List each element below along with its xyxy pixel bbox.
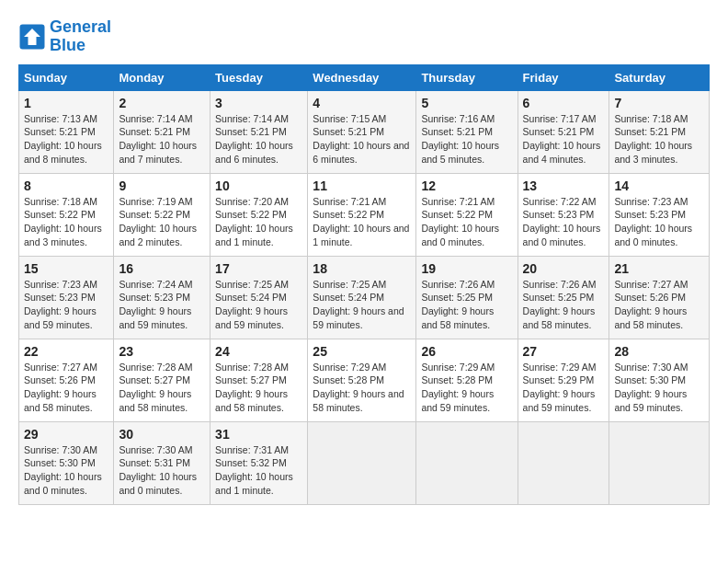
day-number: 8 [24,178,108,193]
day-info: Sunrise: 7:30 AM Sunset: 5:30 PM Dayligh… [24,443,108,498]
day-info: Sunrise: 7:24 AM Sunset: 5:23 PM Dayligh… [119,278,205,332]
day-info: Sunrise: 7:30 AM Sunset: 5:30 PM Dayligh… [614,361,704,415]
day-number: 11 [313,178,411,193]
calendar-cell: 1 Sunrise: 7:13 AM Sunset: 5:21 PM Dayli… [19,90,114,173]
calendar-week-1: 1 Sunrise: 7:13 AM Sunset: 5:21 PM Dayli… [19,90,710,173]
calendar-cell: 8 Sunrise: 7:18 AM Sunset: 5:22 PM Dayli… [19,173,114,256]
day-number: 16 [119,261,205,276]
calendar-cell: 2 Sunrise: 7:14 AM Sunset: 5:21 PM Dayli… [114,90,210,173]
calendar-table: SundayMondayTuesdayWednesdayThursdayFrid… [18,64,710,505]
day-info: Sunrise: 7:23 AM Sunset: 5:23 PM Dayligh… [24,278,108,332]
day-info: Sunrise: 7:26 AM Sunset: 5:25 PM Dayligh… [523,278,605,332]
calendar-week-5: 29 Sunrise: 7:30 AM Sunset: 5:30 PM Dayl… [19,421,710,504]
day-info: Sunrise: 7:23 AM Sunset: 5:23 PM Dayligh… [614,195,704,249]
calendar-cell: 28 Sunrise: 7:30 AM Sunset: 5:30 PM Dayl… [609,339,710,421]
calendar-cell: 30 Sunrise: 7:30 AM Sunset: 5:31 PM Dayl… [114,421,210,504]
day-info: Sunrise: 7:15 AM Sunset: 5:21 PM Dayligh… [313,112,411,167]
calendar-week-2: 8 Sunrise: 7:18 AM Sunset: 5:22 PM Dayli… [19,173,710,256]
logo: General Blue [18,18,111,55]
day-info: Sunrise: 7:13 AM Sunset: 5:21 PM Dayligh… [24,112,108,167]
day-number: 26 [421,344,512,359]
day-info: Sunrise: 7:27 AM Sunset: 5:26 PM Dayligh… [614,278,704,332]
calendar-cell: 14 Sunrise: 7:23 AM Sunset: 5:23 PM Dayl… [609,173,710,256]
day-info: Sunrise: 7:27 AM Sunset: 5:26 PM Dayligh… [24,361,108,415]
day-number: 30 [119,427,205,442]
day-number: 18 [313,261,411,276]
day-number: 9 [119,178,205,193]
day-info: Sunrise: 7:31 AM Sunset: 5:32 PM Dayligh… [215,443,302,498]
weekday-header-wednesday: Wednesday [308,64,416,90]
calendar-cell: 15 Sunrise: 7:23 AM Sunset: 5:23 PM Dayl… [19,256,114,339]
calendar-cell: 26 Sunrise: 7:29 AM Sunset: 5:28 PM Dayl… [416,339,518,421]
calendar-cell: 11 Sunrise: 7:21 AM Sunset: 5:22 PM Dayl… [308,173,416,256]
day-info: Sunrise: 7:25 AM Sunset: 5:24 PM Dayligh… [215,278,302,332]
weekday-header-saturday: Saturday [609,64,710,90]
day-number: 29 [24,427,108,442]
calendar-cell: 25 Sunrise: 7:29 AM Sunset: 5:28 PM Dayl… [308,339,416,421]
day-info: Sunrise: 7:30 AM Sunset: 5:31 PM Dayligh… [119,443,205,498]
day-number: 25 [313,344,411,359]
calendar-week-3: 15 Sunrise: 7:23 AM Sunset: 5:23 PM Dayl… [19,256,710,339]
calendar-cell: 4 Sunrise: 7:15 AM Sunset: 5:21 PM Dayli… [308,90,416,173]
calendar-cell [609,421,710,504]
day-number: 15 [24,261,108,276]
calendar-cell: 23 Sunrise: 7:28 AM Sunset: 5:27 PM Dayl… [114,339,210,421]
day-info: Sunrise: 7:28 AM Sunset: 5:27 PM Dayligh… [119,361,205,415]
calendar-cell: 22 Sunrise: 7:27 AM Sunset: 5:26 PM Dayl… [19,339,114,421]
day-number: 21 [614,261,704,276]
day-number: 13 [523,178,605,193]
day-info: Sunrise: 7:25 AM Sunset: 5:24 PM Dayligh… [313,278,411,332]
logo-text: General Blue [50,18,111,55]
day-number: 31 [215,427,302,442]
day-number: 28 [614,344,704,359]
day-number: 2 [119,96,205,110]
calendar-cell: 21 Sunrise: 7:27 AM Sunset: 5:26 PM Dayl… [609,256,710,339]
day-number: 4 [313,96,411,110]
day-info: Sunrise: 7:29 AM Sunset: 5:28 PM Dayligh… [421,361,512,415]
calendar-cell: 17 Sunrise: 7:25 AM Sunset: 5:24 PM Dayl… [210,256,308,339]
calendar-cell: 13 Sunrise: 7:22 AM Sunset: 5:23 PM Dayl… [518,173,609,256]
day-info: Sunrise: 7:26 AM Sunset: 5:25 PM Dayligh… [421,278,512,332]
calendar-cell: 16 Sunrise: 7:24 AM Sunset: 5:23 PM Dayl… [114,256,210,339]
day-info: Sunrise: 7:29 AM Sunset: 5:29 PM Dayligh… [523,361,605,415]
calendar-week-4: 22 Sunrise: 7:27 AM Sunset: 5:26 PM Dayl… [19,339,710,421]
day-number: 23 [119,344,205,359]
weekday-header-friday: Friday [518,64,609,90]
calendar-cell [308,421,416,504]
day-number: 5 [421,96,512,110]
calendar-cell: 20 Sunrise: 7:26 AM Sunset: 5:25 PM Dayl… [518,256,609,339]
day-number: 24 [215,344,302,359]
weekday-header-sunday: Sunday [19,64,114,90]
calendar-cell: 3 Sunrise: 7:14 AM Sunset: 5:21 PM Dayli… [210,90,308,173]
day-number: 14 [614,178,704,193]
day-info: Sunrise: 7:19 AM Sunset: 5:22 PM Dayligh… [119,195,205,249]
day-info: Sunrise: 7:21 AM Sunset: 5:22 PM Dayligh… [421,195,512,249]
day-number: 12 [421,178,512,193]
day-info: Sunrise: 7:16 AM Sunset: 5:21 PM Dayligh… [421,112,512,167]
calendar-cell: 6 Sunrise: 7:17 AM Sunset: 5:21 PM Dayli… [518,90,609,173]
calendar-cell [416,421,518,504]
calendar-cell: 29 Sunrise: 7:30 AM Sunset: 5:30 PM Dayl… [19,421,114,504]
calendar-cell: 12 Sunrise: 7:21 AM Sunset: 5:22 PM Dayl… [416,173,518,256]
weekday-header-thursday: Thursday [416,64,518,90]
day-number: 10 [215,178,302,193]
calendar-cell: 10 Sunrise: 7:20 AM Sunset: 5:22 PM Dayl… [210,173,308,256]
calendar-cell: 19 Sunrise: 7:26 AM Sunset: 5:25 PM Dayl… [416,256,518,339]
day-info: Sunrise: 7:20 AM Sunset: 5:22 PM Dayligh… [215,195,302,249]
day-number: 3 [215,96,302,110]
calendar-cell: 9 Sunrise: 7:19 AM Sunset: 5:22 PM Dayli… [114,173,210,256]
weekday-header-monday: Monday [114,64,210,90]
day-number: 17 [215,261,302,276]
day-info: Sunrise: 7:21 AM Sunset: 5:22 PM Dayligh… [313,195,411,249]
calendar-cell: 31 Sunrise: 7:31 AM Sunset: 5:32 PM Dayl… [210,421,308,504]
day-number: 19 [421,261,512,276]
day-number: 7 [614,96,704,110]
calendar-cell: 18 Sunrise: 7:25 AM Sunset: 5:24 PM Dayl… [308,256,416,339]
day-number: 1 [24,96,108,110]
day-info: Sunrise: 7:14 AM Sunset: 5:21 PM Dayligh… [215,112,302,167]
calendar-cell: 7 Sunrise: 7:18 AM Sunset: 5:21 PM Dayli… [609,90,710,173]
day-number: 6 [523,96,605,110]
day-info: Sunrise: 7:29 AM Sunset: 5:28 PM Dayligh… [313,361,411,415]
calendar-cell [518,421,609,504]
day-info: Sunrise: 7:14 AM Sunset: 5:21 PM Dayligh… [119,112,205,167]
